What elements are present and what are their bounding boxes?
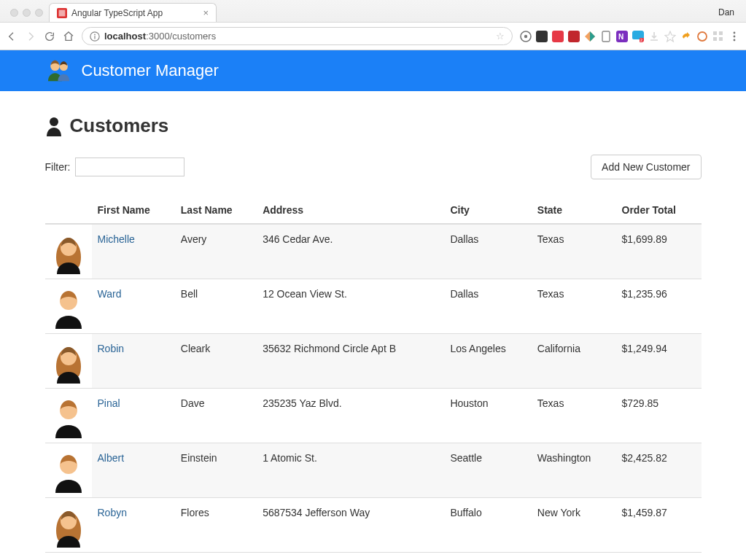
col-state[interactable]: State — [532, 197, 616, 224]
cell-last-name: Avery — [175, 224, 257, 279]
forward-icon[interactable] — [25, 31, 36, 42]
extension-device-icon[interactable] — [600, 31, 612, 42]
cell-first-name: Robyn — [92, 498, 175, 553]
minimize-window-button[interactable] — [23, 9, 31, 17]
customer-link[interactable]: Robyn — [98, 507, 127, 518]
customer-link[interactable]: Albert — [98, 452, 125, 464]
table-row: Ward Bell 12 Ocean View St. Dallas Texas… — [45, 279, 702, 334]
menu-icon[interactable] — [728, 31, 740, 42]
profile-name[interactable]: Dan — [711, 3, 742, 22]
close-window-button[interactable] — [10, 9, 18, 17]
cell-city: Dallas — [444, 279, 531, 334]
maximize-window-button[interactable] — [35, 9, 43, 17]
extension-red-icon[interactable] — [568, 31, 580, 42]
avatar — [45, 389, 92, 443]
page-title-text: Customers — [70, 114, 169, 137]
cell-address: 35632 Richmond Circle Apt B — [257, 334, 444, 389]
cell-last-name: Cleark — [175, 334, 257, 389]
cell-last-name: Bell — [175, 279, 257, 334]
avatar — [45, 498, 92, 553]
extension-arrow-icon[interactable] — [680, 31, 692, 42]
reload-icon[interactable] — [44, 31, 55, 42]
customer-link[interactable]: Michelle — [98, 233, 135, 245]
cell-state: New York — [532, 498, 616, 553]
cell-first-name: Michelle — [92, 224, 175, 279]
svg-rect-18 — [713, 37, 717, 41]
svg-point-25 — [50, 117, 58, 126]
extension-chat-icon[interactable]: 2 — [632, 31, 644, 42]
cell-address: 235235 Yaz Blvd. — [257, 389, 444, 443]
extension-grid-icon[interactable] — [712, 31, 724, 42]
cell-order-total: $1,699.89 — [616, 224, 702, 279]
browser-chrome: Angular TypeScript App × Dan localhost:3… — [0, 0, 746, 50]
col-address[interactable]: Address — [257, 197, 444, 224]
close-tab-icon[interactable]: × — [195, 7, 209, 18]
browser-tab[interactable]: Angular TypeScript App × — [49, 3, 217, 22]
address-host: localhost:3000/customers — [104, 31, 216, 42]
cell-first-name: Pinal — [92, 389, 175, 443]
avatar — [45, 334, 92, 389]
svg-rect-16 — [713, 31, 717, 35]
col-avatar — [45, 197, 92, 224]
svg-rect-9 — [602, 31, 610, 42]
svg-point-6 — [524, 34, 527, 37]
add-customer-button[interactable]: Add New Customer — [591, 155, 701, 179]
table-row: Robin Cleark 35632 Richmond Circle Apt B… — [45, 334, 702, 389]
female-avatar-icon — [51, 233, 86, 274]
male-avatar-icon — [51, 452, 86, 493]
cell-last-name: Einstein — [175, 443, 257, 498]
cell-order-total: $729.85 — [616, 389, 702, 443]
person-icon — [45, 116, 63, 136]
female-avatar-icon — [51, 343, 86, 384]
cell-address: 5687534 Jefferson Way — [257, 498, 444, 553]
cell-address: 346 Cedar Ave. — [257, 224, 444, 279]
cell-first-name: Ward — [92, 279, 175, 334]
cell-state: Washington — [532, 443, 616, 498]
male-avatar-icon — [51, 397, 86, 438]
customer-link[interactable]: Pinal — [98, 397, 120, 409]
cell-city: Los Angeles — [444, 334, 531, 389]
cell-first-name: Robin — [92, 334, 175, 389]
bookmark-outline-icon[interactable] — [664, 31, 676, 42]
extension-onenote-icon[interactable]: N — [616, 31, 628, 42]
cell-order-total: $1,459.87 — [616, 498, 702, 553]
traffic-lights — [4, 4, 49, 21]
tab-strip: Angular TypeScript App × Dan — [0, 0, 746, 22]
svg-text:2: 2 — [640, 38, 642, 42]
home-icon[interactable] — [63, 31, 74, 42]
extension-diamond-icon[interactable] — [584, 31, 596, 42]
tab-title: Angular TypeScript App — [71, 8, 163, 18]
svg-marker-8 — [590, 31, 595, 42]
extension-flipboard-icon[interactable] — [552, 31, 564, 42]
back-icon[interactable] — [6, 31, 18, 42]
col-order-total[interactable]: Order Total — [616, 197, 702, 224]
cell-address: 12 Ocean View St. — [257, 279, 444, 334]
female-avatar-icon — [51, 507, 86, 548]
address-bar[interactable]: localhost:3000/customers ☆ — [82, 27, 513, 45]
app-viewport: Customer Manager Customers Filter: Add N… — [0, 50, 746, 560]
customers-table: First Name Last Name Address City State … — [45, 197, 702, 553]
cell-city: Seattle — [444, 443, 531, 498]
table-row: Michelle Avery 346 Cedar Ave. Dallas Tex… — [45, 224, 702, 279]
col-city[interactable]: City — [444, 197, 531, 224]
extension-download-icon[interactable] — [648, 31, 660, 42]
extension-eye-icon[interactable] — [520, 31, 532, 42]
svg-point-15 — [698, 32, 707, 41]
extension-pocket-icon[interactable] — [536, 31, 548, 42]
favicon-icon — [57, 8, 67, 18]
cell-city: Dallas — [444, 224, 531, 279]
col-first-name[interactable]: First Name — [92, 197, 175, 224]
cell-state: California — [532, 334, 616, 389]
extension-icons: N 2 — [520, 31, 740, 42]
bookmark-star-icon[interactable]: ☆ — [496, 31, 505, 42]
cell-state: Texas — [532, 279, 616, 334]
col-last-name[interactable]: Last Name — [175, 197, 257, 224]
customer-link[interactable]: Ward — [98, 288, 122, 300]
extension-circle-icon[interactable] — [696, 31, 708, 42]
filter-input[interactable] — [75, 158, 184, 176]
customer-link[interactable]: Robin — [98, 343, 125, 354]
filter-label: Filter: — [45, 161, 71, 173]
svg-point-3 — [94, 34, 96, 35]
table-row: Pinal Dave 235235 Yaz Blvd. Houston Texa… — [45, 389, 702, 443]
site-info-icon[interactable] — [90, 31, 100, 42]
